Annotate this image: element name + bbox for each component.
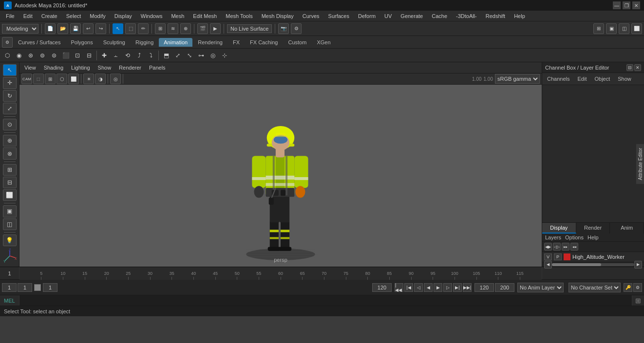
help-menu-item[interactable]: Help xyxy=(587,235,599,240)
step-forward-button[interactable]: ▶| xyxy=(453,283,462,292)
tab-curves-surfaces[interactable]: Curves / Surfaces xyxy=(13,38,65,47)
vp-camera-button[interactable]: CAM xyxy=(21,73,32,84)
menu-edit[interactable]: Edit xyxy=(19,12,37,20)
layer-playback-toggle[interactable]: P xyxy=(554,253,562,260)
layer-visibility-toggle[interactable]: V xyxy=(544,253,552,260)
anim-layer-selector[interactable]: No Anim Layer xyxy=(517,283,564,292)
ipr-button[interactable]: ▶ xyxy=(210,23,221,34)
tab-settings-icon[interactable]: ⚙ xyxy=(2,37,13,48)
tab-rigging[interactable]: Rigging xyxy=(131,38,158,47)
scroll-thumb[interactable] xyxy=(552,263,601,266)
new-file-button[interactable]: 📄 xyxy=(45,23,56,34)
menu-display[interactable]: Display xyxy=(111,12,136,20)
menu-help[interactable]: Help xyxy=(510,12,529,20)
key-tool-7[interactable]: ⊡ xyxy=(72,50,83,61)
key-tool-1[interactable]: ⬡ xyxy=(2,50,13,61)
menu-modify[interactable]: Modify xyxy=(86,12,109,20)
key-tool-13[interactable]: ⤵ xyxy=(146,50,156,61)
channels-tab[interactable]: Channels xyxy=(545,75,571,83)
vp-xray-button[interactable]: ◎ xyxy=(110,73,121,84)
tab-animation[interactable]: Animation xyxy=(159,38,192,47)
menu-select[interactable]: Select xyxy=(62,12,85,20)
close-button[interactable]: ✕ xyxy=(632,1,640,9)
key-tool-16[interactable]: ⤡ xyxy=(184,50,195,61)
menu-windows[interactable]: Windows xyxy=(137,12,167,20)
display-tab[interactable]: Display xyxy=(542,223,576,234)
open-file-button[interactable]: 📂 xyxy=(57,23,68,34)
layer-arrow-1[interactable]: ◀▶ xyxy=(544,243,552,251)
menu-mesh[interactable]: Mesh xyxy=(167,12,188,20)
quick-layout-button[interactable]: ◫ xyxy=(3,218,17,230)
panel-float-button[interactable]: ⊟ xyxy=(626,64,633,71)
menu-surfaces[interactable]: Surfaces xyxy=(324,12,353,20)
tab-rendering[interactable]: Rendering xyxy=(193,38,227,47)
viewport-canvas[interactable]: persp xyxy=(19,85,542,267)
key-tool-9[interactable]: ✚ xyxy=(99,50,110,61)
key-tool-14[interactable]: ⬒ xyxy=(161,50,171,61)
panels-menu[interactable]: Panels xyxy=(147,64,168,72)
vp-filmgate-button[interactable]: ⬚ xyxy=(33,73,44,84)
vp-shadow-button[interactable]: ◑ xyxy=(95,73,106,84)
save-file-button[interactable]: 💾 xyxy=(70,23,81,34)
title-bar-controls[interactable]: — ❐ ✕ xyxy=(613,1,640,9)
render-button[interactable]: 🎬 xyxy=(197,23,208,34)
auto-key-button[interactable]: 🔑 xyxy=(624,283,632,292)
options-menu-item[interactable]: Options xyxy=(565,235,584,240)
key-tool-11[interactable]: ⟲ xyxy=(122,50,133,61)
menu-curves[interactable]: Curves xyxy=(299,12,323,20)
skip-end-button[interactable]: ▶▶| xyxy=(463,283,472,292)
undo-button[interactable]: ↩ xyxy=(83,23,94,34)
show-menu[interactable]: Show xyxy=(96,64,114,72)
key-tool-5[interactable]: ⊜ xyxy=(49,50,59,61)
key-tool-15[interactable]: ⤢ xyxy=(172,50,183,61)
soft-select-button[interactable]: ⊙ xyxy=(3,119,17,130)
vp-smooth-button[interactable]: ⬜ xyxy=(68,73,79,84)
layer-arrow-2[interactable]: ◁▷ xyxy=(553,243,561,251)
rotate-tool-button[interactable]: ↻ xyxy=(3,90,17,102)
view-menu[interactable]: View xyxy=(22,64,38,72)
range-start-2-input[interactable] xyxy=(474,283,494,292)
camera-button[interactable]: 📷 xyxy=(278,23,289,34)
menu-deform[interactable]: Deform xyxy=(354,12,379,20)
menu-generate[interactable]: Generate xyxy=(397,12,427,20)
range-end-2-input[interactable] xyxy=(495,283,514,292)
vp-wireframe-button[interactable]: ⬡ xyxy=(57,73,67,84)
script-editor-button[interactable]: ⊞ xyxy=(632,295,644,306)
key-tool-10[interactable]: ⫠ xyxy=(111,50,121,61)
key-tool-12[interactable]: ⤴ xyxy=(134,50,145,61)
tab-fx[interactable]: FX xyxy=(228,38,245,47)
current-frame-input[interactable] xyxy=(18,283,32,292)
layer-arrow-4[interactable]: ◂◂ xyxy=(570,243,578,251)
render-tab[interactable]: Render xyxy=(576,223,610,234)
light-button[interactable]: 💡 xyxy=(3,235,17,246)
menu-file[interactable]: File xyxy=(2,12,19,20)
timeline-ruler[interactable]: 5101520253035404550556065707580859095100… xyxy=(19,267,542,280)
lighting-menu[interactable]: Lighting xyxy=(69,64,92,72)
snap-tool-button[interactable]: ⊞ xyxy=(3,164,17,176)
attribute-editor-tab[interactable]: Attribute Editor xyxy=(636,144,644,184)
layers-menu-item[interactable]: Layers xyxy=(545,235,561,240)
gamma-selector[interactable]: sRGB gamma xyxy=(495,74,540,84)
key-settings-button[interactable]: ⚙ xyxy=(633,283,642,292)
panel-layout-3[interactable]: ⬜ xyxy=(631,23,642,34)
key-tool-19[interactable]: ⊹ xyxy=(219,50,230,61)
next-key-button[interactable]: ▷ xyxy=(443,283,452,292)
tab-sculpting[interactable]: Sculpting xyxy=(98,38,130,47)
vp-grid-button[interactable]: ⊞ xyxy=(45,73,56,84)
character-set-selector[interactable]: No Character Set xyxy=(568,283,621,292)
panel-layout-1[interactable]: ▣ xyxy=(606,23,617,34)
layer-color-swatch[interactable] xyxy=(564,253,570,260)
render-settings-button[interactable]: ⚙ xyxy=(291,23,302,34)
move-tool-button[interactable]: ✛ xyxy=(3,77,17,89)
prev-key-button[interactable]: ◁ xyxy=(414,283,423,292)
object-tab[interactable]: Object xyxy=(592,75,612,83)
maximize-button[interactable]: ❐ xyxy=(623,1,630,9)
snap-point-button[interactable]: ⊕ xyxy=(180,23,191,34)
key-tool-8[interactable]: ⊟ xyxy=(84,50,95,61)
menu-create[interactable]: Create xyxy=(38,12,61,20)
tab-polygons[interactable]: Polygons xyxy=(66,38,97,47)
renderer-menu[interactable]: Renderer xyxy=(117,64,143,72)
menu-editmesh[interactable]: Edit Mesh xyxy=(189,12,221,20)
key-tool-2[interactable]: ◉ xyxy=(14,50,24,61)
play-back-button[interactable]: ◀ xyxy=(424,283,433,292)
